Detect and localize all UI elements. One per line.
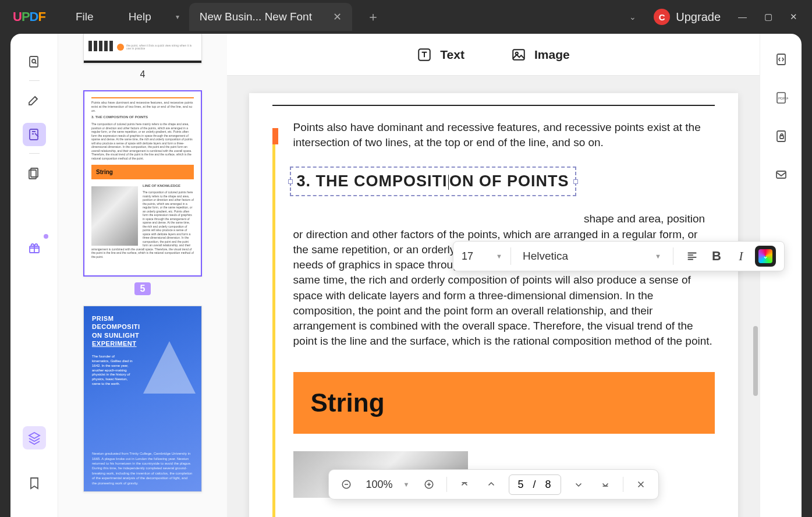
pdfa-icon[interactable]: PDF/A: [770, 86, 793, 109]
font-family-select[interactable]: Helvetica▼: [519, 250, 665, 263]
convert-icon[interactable]: [770, 48, 793, 71]
scrollbar-thumb[interactable]: [753, 326, 758, 396]
app-logo: UPDF: [0, 9, 58, 24]
tab-close-icon[interactable]: ✕: [333, 10, 342, 23]
gift-icon[interactable]: [23, 236, 46, 260]
add-image-tool[interactable]: Image: [511, 47, 570, 62]
svg-point-1: [32, 59, 36, 63]
svg-rect-15: [780, 136, 783, 139]
new-tab-button[interactable]: ＋: [367, 8, 380, 26]
right-tool-rail: PDF/A: [760, 34, 802, 517]
email-icon[interactable]: [770, 163, 793, 186]
document-tab[interactable]: New Busin... New Font ✕: [189, 3, 352, 31]
last-page-button[interactable]: [596, 475, 615, 494]
tab-list-dropdown[interactable]: ▾: [169, 13, 186, 21]
minimize-button[interactable]: —: [738, 12, 747, 22]
page-viewport[interactable]: Points also have dominant and recessive …: [227, 76, 760, 517]
window-dropdown[interactable]: ⌄: [629, 12, 636, 22]
pages-icon[interactable]: [23, 162, 46, 185]
main-area: the point, when it lists a quick view st…: [10, 34, 802, 517]
close-nav-button[interactable]: [632, 475, 650, 494]
maximize-button[interactable]: ▢: [764, 12, 772, 22]
user-badge: C: [654, 9, 670, 25]
svg-rect-16: [776, 171, 786, 178]
editable-heading[interactable]: 3. THE COMPOSITION OF POINTS: [290, 167, 576, 196]
tab-title: New Busin... New Font: [200, 10, 327, 23]
window-controls: — ▢ ✕: [738, 12, 797, 22]
paragraph-2[interactable]: The composition of colored points here m…: [293, 211, 715, 349]
paragraph-1[interactable]: Points also have dominant and recessive …: [293, 120, 715, 150]
svg-rect-14: [777, 131, 785, 141]
thumbnail-page-6[interactable]: PRISM DECOMPOSITI ON SUNLIGHT EXPERIMENT…: [83, 306, 202, 492]
align-left-icon[interactable]: [682, 246, 703, 267]
page-content: Points also have dominant and recessive …: [249, 93, 738, 517]
bold-button[interactable]: B: [706, 246, 727, 267]
edit-toolbar: Text Image: [227, 34, 760, 76]
svg-rect-7: [513, 49, 524, 59]
page-navigation-bar: 100% ▼ 5 / 8: [328, 469, 658, 500]
font-size-select[interactable]: 17▼: [462, 250, 502, 263]
menu-help[interactable]: Help: [111, 10, 169, 23]
zoom-value: 100%: [363, 479, 395, 491]
first-page-button[interactable]: [455, 475, 474, 494]
text-format-toolbar: 17▼ Helvetica▼ B I ⌄: [453, 241, 785, 271]
thumbnail-page-5[interactable]: Points also have dominant and recessive …: [83, 90, 202, 277]
layers-icon[interactable]: [23, 426, 46, 449]
highlighter-icon[interactable]: [23, 89, 46, 112]
close-button[interactable]: ✕: [790, 12, 797, 22]
thumbnail-panel: the point, when it lists a quick view st…: [58, 34, 227, 517]
page-indicator[interactable]: 5 / 8: [509, 474, 561, 495]
string-heading-block[interactable]: String: [293, 372, 715, 434]
protect-icon[interactable]: [770, 125, 793, 148]
upgrade-button[interactable]: C Upgrade: [654, 9, 721, 25]
svg-text:PDF/A: PDF/A: [778, 97, 788, 100]
titlebar: UPDF File Help ▾ New Busin... New Font ✕…: [0, 0, 812, 34]
next-page-button[interactable]: [569, 475, 588, 494]
document-area: Text Image Points also have dominant and…: [227, 34, 760, 517]
bookmark-icon[interactable]: [23, 472, 46, 495]
upgrade-label: Upgrade: [676, 10, 721, 24]
svg-rect-0: [30, 56, 38, 67]
text-color-button[interactable]: ⌄: [755, 246, 776, 267]
menu-file[interactable]: File: [58, 10, 111, 23]
zoom-in-button[interactable]: [420, 475, 438, 494]
thumbnail-page-4[interactable]: the point, when it lists a quick view st…: [83, 34, 202, 63]
prev-page-button[interactable]: [482, 475, 501, 494]
zoom-out-button[interactable]: [336, 475, 355, 494]
thumbnail-number-4: 4: [140, 69, 146, 80]
add-text-tool[interactable]: Text: [417, 47, 464, 62]
search-icon[interactable]: [23, 50, 46, 73]
zoom-dropdown-icon[interactable]: ▼: [403, 481, 410, 488]
italic-button[interactable]: I: [731, 246, 751, 267]
left-tool-rail: [10, 34, 58, 517]
thumbnail-number-5: 5: [134, 282, 151, 295]
edit-icon[interactable]: [23, 123, 46, 146]
